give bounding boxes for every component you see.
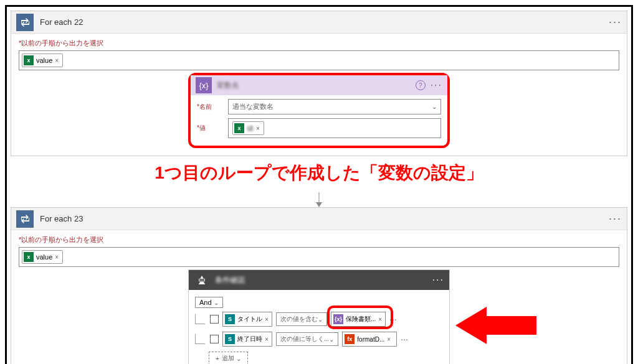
excel-icon: x [24, 252, 34, 262]
var-value-input[interactable]: x 値 × [228, 118, 441, 138]
chevron-down-icon: ⌄ [432, 103, 437, 110]
condition-icon [194, 272, 210, 288]
remove-token-icon[interactable]: × [256, 125, 260, 132]
expression-icon: fx [345, 334, 355, 344]
set-variable-card: {x} 変数名 ? ··· 名前 適当な変数名 ⌄ [188, 73, 450, 148]
var-name-select[interactable]: 適当な変数名 ⌄ [228, 99, 441, 114]
loop2-header[interactable]: For each 23 ··· [11, 208, 627, 230]
loop1-header[interactable]: For each 22 ··· [11, 11, 627, 34]
excel-icon: x [234, 123, 244, 133]
chevron-down-icon: ⌄ [318, 316, 323, 323]
condition-row-2: S 終了日時 × 次の値に等しく...⌄ fx formatD... × [195, 332, 443, 347]
foreach-loop-2: For each 23 ··· *以前の手順から出力を選択 x value × [11, 207, 627, 364]
svg-rect-2 [199, 279, 205, 281]
chevron-down-icon: ⌄ [329, 336, 334, 343]
condition-row-1: S タイトル × 次の値を含む⌄ {x} 保険書類... [195, 312, 443, 327]
foreach-loop-1: For each 22 ··· *以前の手順から出力を選択 x value × … [11, 11, 627, 156]
and-or-select[interactable]: And ⌄ [195, 297, 223, 308]
excel-icon: x [24, 55, 34, 65]
row-menu[interactable]: ··· [401, 334, 408, 344]
sharepoint-icon: S [225, 314, 235, 324]
help-icon[interactable]: ? [416, 80, 426, 90]
variable-title: 変数名 [217, 80, 416, 91]
value-token[interactable]: x 値 × [232, 121, 264, 135]
remove-token-icon[interactable]: × [55, 254, 59, 261]
condition-header[interactable]: 条件確認 ··· [189, 270, 449, 290]
value-token[interactable]: x value × [22, 54, 63, 67]
svg-marker-3 [455, 307, 536, 344]
operator-select-2[interactable]: 次の値に等しく...⌄ [276, 332, 338, 346]
condition-menu[interactable]: ··· [432, 274, 444, 286]
svg-marker-1 [316, 202, 322, 207]
loop1-field-label: *以前の手順から出力を選択 [19, 39, 619, 48]
loop2-menu[interactable]: ··· [609, 212, 622, 225]
remove-token-icon[interactable]: × [387, 336, 391, 343]
value-token[interactable]: x value × [22, 250, 63, 264]
loop-icon [16, 14, 34, 31]
sharepoint-icon: S [225, 334, 235, 344]
tree-connector [195, 334, 205, 344]
variable-header[interactable]: {x} 変数名 ? ··· [191, 75, 447, 95]
operator-select-1[interactable]: 次の値を含む⌄ [276, 312, 327, 326]
chevron-down-icon: ⌄ [236, 355, 241, 362]
var-value-label: 値 [197, 124, 228, 133]
left-operand-2[interactable]: S 終了日時 × [222, 332, 272, 347]
variable-menu[interactable]: ··· [431, 80, 442, 91]
row-checkbox[interactable] [210, 315, 219, 324]
remove-token-icon[interactable]: × [55, 57, 59, 64]
var-name-label: 名前 [197, 103, 228, 111]
callout-arrow [455, 304, 536, 350]
loop-icon [16, 210, 34, 228]
tree-connector [195, 314, 205, 324]
left-operand-1[interactable]: S タイトル × [222, 312, 272, 327]
loop2-field-label: *以前の手順から出力を選択 [19, 235, 619, 245]
highlight-annotation [327, 306, 393, 329]
add-condition-button[interactable]: +追加 ⌄ [209, 352, 248, 364]
loop1-menu[interactable]: ··· [609, 16, 622, 29]
loop2-title: For each 23 [40, 214, 609, 223]
loop1-output-input[interactable]: x value × [19, 50, 619, 70]
condition-card: 条件確認 ··· And ⌄ S タイトル [188, 269, 450, 364]
right-operand-2[interactable]: fx formatD... × [342, 332, 397, 347]
loop2-output-input[interactable]: x value × [19, 247, 619, 267]
flow-arrow [11, 192, 627, 207]
variable-icon: {x} [196, 77, 212, 93]
remove-token-icon[interactable]: × [265, 336, 269, 343]
condition-title: 条件確認 [215, 275, 432, 286]
chevron-down-icon: ⌄ [214, 299, 219, 306]
loop1-title: For each 22 [40, 17, 609, 27]
row-checkbox[interactable] [210, 335, 219, 343]
remove-token-icon[interactable]: × [265, 316, 269, 323]
annotation-1: 1つ目のループで作成した「変数の設定」 [11, 161, 627, 185]
